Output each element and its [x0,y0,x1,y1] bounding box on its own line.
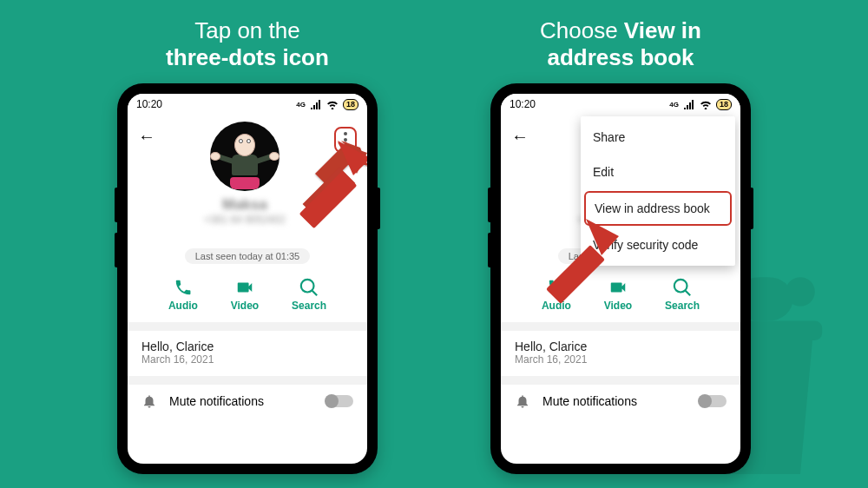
about-text: Hello, Clarice [141,340,353,353]
search-icon [673,278,692,297]
battery-icon: 18 [343,99,358,110]
network-4g-icon: 4G [669,101,679,109]
last-seen-badge: Last seen today at 01:35 [185,248,310,264]
menu-item-share[interactable]: Share [581,120,735,155]
back-button[interactable]: ← [511,127,529,147]
wifi-icon [326,100,339,109]
menu-item-edit[interactable]: Edit [581,155,735,189]
contact-phone: +381 64 9052402 [204,214,286,226]
mute-toggle[interactable] [699,395,727,407]
mute-row[interactable]: Mute notifications [515,393,727,409]
about-date: March 16, 2021 [515,353,727,366]
svg-point-2 [786,277,815,307]
menu-item-verify-security[interactable]: Verify security code [581,228,735,262]
video-call-button[interactable]: Video [604,278,632,312]
audio-call-button[interactable]: Audio [542,278,571,312]
status-bar: 10:20 4G 18 [128,94,367,115]
about-section: Hello, Clarice March 16, 2021 [501,331,740,385]
video-call-button[interactable]: Video [231,278,259,312]
search-button[interactable]: Search [292,278,326,312]
bell-icon [141,393,157,409]
search-button[interactable]: Search [665,278,700,312]
bell-icon [515,393,530,409]
signal-icon [310,100,322,109]
status-time: 10:20 [136,98,162,110]
mute-row[interactable]: Mute notifications [141,393,353,409]
mute-toggle[interactable] [326,395,353,407]
phone-mockup-left: 10:20 4G 18 ← [117,83,378,474]
overflow-menu: Share Edit View in address book Verify s… [581,116,735,266]
video-icon [608,278,628,297]
step-panel-left: Tap on the three-dots icon 10:20 4G 18 ← [108,17,386,474]
signal-icon [683,100,695,109]
menu-item-view-address-book[interactable]: View in address book [584,191,732,226]
battery-icon: 18 [716,99,732,110]
audio-call-button[interactable]: Audio [168,278,198,312]
video-icon [235,278,254,297]
phone-icon [547,278,566,297]
status-bar: 10:20 4G 18 [501,94,740,115]
about-section: Hello, Clarice March 16, 2021 [128,331,367,385]
action-row: Audio Video Search [501,273,740,331]
contact-name: Maksa [222,196,267,214]
phone-mockup-right: 10:20 4G 18 ← [490,83,751,474]
step-panel-right: Choose View in address book 10:20 4G 18 … [482,17,760,474]
network-4g-icon: 4G [296,101,306,109]
about-date: March 16, 2021 [141,353,353,366]
action-row: Audio Video Search [128,273,367,331]
about-text: Hello, Clarice [515,340,727,353]
status-time: 10:20 [510,98,536,110]
phone-icon [174,278,193,297]
caption-right: Choose View in address book [540,17,701,71]
avatar[interactable] [210,122,279,191]
caption-left: Tap on the three-dots icon [166,17,329,71]
search-icon [299,278,319,297]
back-button[interactable]: ← [138,127,155,147]
wifi-icon [700,100,712,109]
three-dots-button[interactable] [334,127,357,153]
